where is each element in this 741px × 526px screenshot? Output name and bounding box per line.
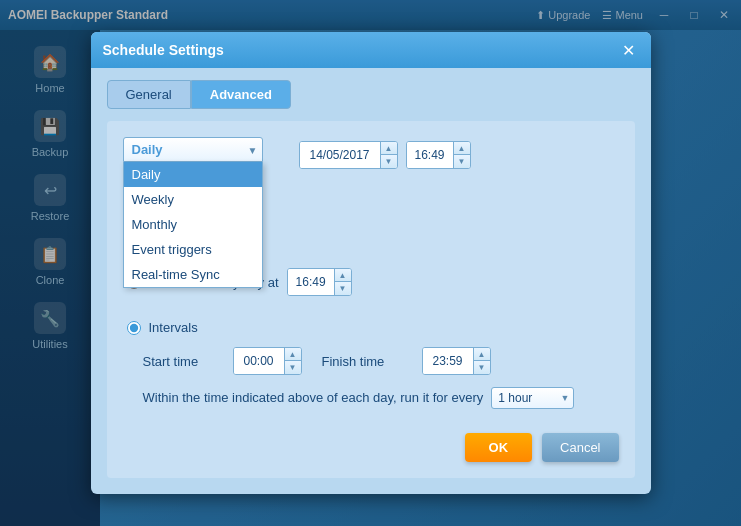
radio-intervals-input[interactable] [127,321,141,335]
dialog-body: General Advanced Daily ▼ [91,68,651,494]
schedule-settings-dialog: Schedule Settings ✕ General Advanced [91,32,651,494]
run-once-section: Run once every day at ▲ ▼ [123,268,619,409]
dropdown-option-event-triggers[interactable]: Event triggers [124,237,262,262]
within-row: Within the time indicated above of each … [143,387,619,409]
hour-dropdown-arrow: ▼ [560,393,569,403]
interval-finish-spinner: ▲ ▼ [422,347,491,375]
frequency-dropdown-arrow: ▼ [248,144,258,155]
once-time-input[interactable] [288,269,334,295]
dialog-close-button[interactable]: ✕ [619,40,639,60]
frequency-select[interactable]: Daily ▼ [123,137,263,162]
interval-start-spinner: ▲ ▼ [233,347,302,375]
dialog-footer: OK Cancel [123,425,619,462]
intervals-time-row: Start time ▲ ▼ Finish time [143,347,619,375]
tabs: General Advanced [107,80,635,109]
spacer [123,308,619,320]
tab-general[interactable]: General [107,80,191,109]
interval-start-decrement[interactable]: ▼ [285,361,301,374]
interval-finish-decrement[interactable]: ▼ [474,361,490,374]
dialog-title-bar: Schedule Settings ✕ [91,32,651,68]
finish-time-label: Finish time [322,354,402,369]
interval-finish-increment[interactable]: ▲ [474,348,490,361]
dialog-content: Daily ▼ Daily Weekly Monthly Event trigg… [107,121,635,478]
time-decrement-button[interactable]: ▼ [454,155,470,168]
date-time-row: ▲ ▼ ▲ ▼ [299,141,471,169]
once-time-increment[interactable]: ▲ [335,269,351,282]
frequency-dropdown-wrapper: Daily ▼ Daily Weekly Monthly Event trigg… [123,137,263,162]
interval-finish-spin-buttons: ▲ ▼ [473,348,490,374]
start-time-input[interactable] [407,142,453,168]
start-time-label: Start time [143,354,213,369]
frequency-dropdown-menu: Daily Weekly Monthly Event triggers Real… [123,162,263,288]
frequency-row: Daily ▼ Daily Weekly Monthly Event trigg… [123,137,619,178]
dropdown-option-monthly[interactable]: Monthly [124,212,262,237]
start-time-spinner: ▲ ▼ [406,141,471,169]
date-decrement-button[interactable]: ▼ [381,155,397,168]
interval-start-spin-buttons: ▲ ▼ [284,348,301,374]
time-increment-button[interactable]: ▲ [454,142,470,155]
hour-dropdown-wrapper: 1 hour 2 hours 3 hours 4 hours 6 hours 1… [491,387,574,409]
app-background: AOMEI Backupper Standard ⬆ Upgrade ☰ Men… [0,0,741,526]
interval-finish-input[interactable] [423,348,473,374]
interval-start-increment[interactable]: ▲ [285,348,301,361]
dialog-backdrop: Schedule Settings ✕ General Advanced [0,0,741,526]
within-text: Within the time indicated above of each … [143,388,484,408]
once-time-decrement[interactable]: ▼ [335,282,351,295]
dropdown-option-weekly[interactable]: Weekly [124,187,262,212]
dropdown-option-realtime-sync[interactable]: Real-time Sync [124,262,262,287]
date-increment-button[interactable]: ▲ [381,142,397,155]
once-time-spinner: ▲ ▼ [287,268,352,296]
tab-advanced[interactable]: Advanced [191,80,291,109]
dropdown-option-daily[interactable]: Daily [124,162,262,187]
once-time-spin-buttons: ▲ ▼ [334,269,351,295]
time-spin-buttons: ▲ ▼ [453,142,470,168]
start-date-spinner: ▲ ▼ [299,141,398,169]
radio-intervals-label: Intervals [149,320,198,335]
date-spin-buttons: ▲ ▼ [380,142,397,168]
ok-button[interactable]: OK [465,433,533,462]
dialog-title: Schedule Settings [103,42,224,58]
intervals-section: Start time ▲ ▼ Finish time [123,347,619,409]
interval-start-input[interactable] [234,348,284,374]
radio-intervals-row: Intervals [127,320,619,335]
frequency-selected-value: Daily [132,142,163,157]
hour-select[interactable]: 1 hour 2 hours 3 hours 4 hours 6 hours 1… [498,391,553,405]
start-date-input[interactable] [300,142,380,168]
cancel-button[interactable]: Cancel [542,433,618,462]
